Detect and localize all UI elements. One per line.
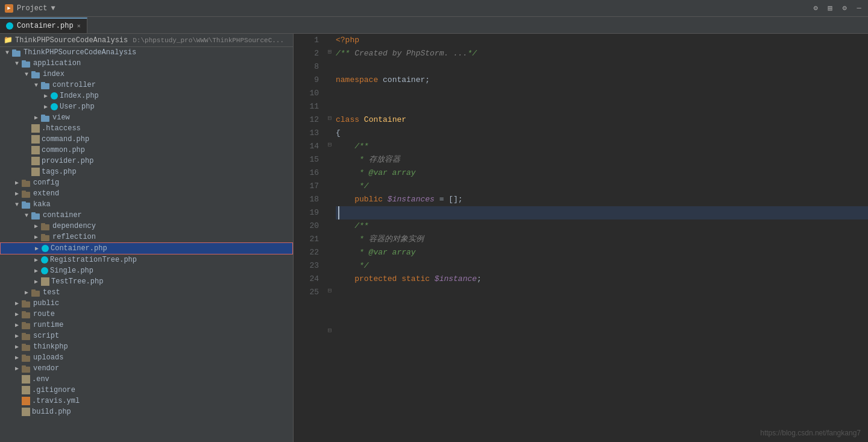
tree-label-public: public (33, 299, 59, 308)
sidebar-item-command-php[interactable]: command.php (0, 134, 293, 145)
sidebar-item-uploads[interactable]: ▶ uploads (0, 352, 293, 363)
tree-label-kaka: kaka (33, 200, 51, 209)
tree-arrow-registrationtree: ▶ (31, 256, 41, 264)
sidebar-item-script[interactable]: ▶ script (0, 330, 293, 341)
sidebar-item-route[interactable]: ▶ route (0, 309, 293, 320)
sidebar-item-build-php[interactable]: build.php (0, 406, 293, 417)
gear-icon[interactable]: ⚙ (840, 4, 849, 13)
tree-label-dependency: dependency (52, 222, 96, 230)
code-line-24: protected static $instance ; (336, 273, 868, 286)
tree-label-index: index (43, 70, 64, 78)
sidebar-header: 📁 ThinkPHPSourceCodeAnalysis D:\phpstudy… (0, 34, 293, 47)
sidebar-item-dependency[interactable]: ▶ dependency (0, 221, 293, 232)
fold-icon-line2[interactable]: ⊞ (326, 47, 334, 55)
tree-arrow-config: ▶ (12, 179, 22, 186)
sidebar-item-provider-php[interactable]: provider.php (0, 156, 293, 166)
tree-label-htaccess: .htaccess (42, 124, 81, 133)
tree-arrow-dependency: ▶ (31, 223, 41, 230)
file-icon-provider (31, 157, 40, 165)
fold-gutter: ⊞ ⊟ ⊟ ⊟ ⊟ (324, 34, 336, 442)
fold-icon-line14[interactable]: ⊟ (326, 140, 334, 148)
sidebar-item-kaka[interactable]: ▼ kaka (0, 199, 293, 210)
project-title: ThinkPHPSourceCodeAnalysis (15, 36, 128, 45)
tab-label: Container.php (17, 22, 74, 30)
tree-root[interactable]: ▼ ThinkPHPSourceCodeAnalysis (0, 47, 293, 58)
tree-label-travis: .travis.yml (32, 397, 80, 405)
sidebar-item-controller[interactable]: ▼ controller (0, 80, 293, 90)
app-icon: ▶ (5, 4, 13, 13)
namespace-semi: ; (425, 74, 430, 87)
settings-icon[interactable]: ⚙ (811, 4, 820, 13)
code-line-10 (336, 87, 868, 100)
folder-route-icon (22, 311, 31, 318)
editor-area: 1 2 8 9 10 11 12 13 14 15 16 17 18 19 20… (294, 34, 868, 442)
tree-label-thinkphp: thinkphp (33, 343, 68, 351)
cursor-19 (338, 206, 344, 219)
svg-rect-31 (22, 333, 26, 335)
sidebar-item-application[interactable]: ▼ application (0, 58, 293, 69)
sidebar-item-user-php[interactable]: ▶ User.php (0, 101, 293, 112)
sidebar-item-registrationtree-php[interactable]: ▶ RegistrationTree.php (0, 254, 293, 265)
tab-close-button[interactable]: ✕ (77, 22, 81, 30)
fold-icon-line23[interactable]: ⊟ (326, 326, 334, 334)
code-line-9: namespace container ; (336, 74, 868, 87)
folder-index-icon (31, 71, 41, 78)
tree-arrow-container: ▼ (22, 212, 31, 219)
sidebar-item-runtime[interactable]: ▶ runtime (0, 320, 293, 330)
sidebar-item-env[interactable]: .env (0, 374, 293, 385)
code-line-15: * 存放容器 (336, 153, 868, 166)
sidebar-item-index-php[interactable]: ▶ Index.php (0, 90, 293, 101)
sidebar-item-test[interactable]: ▶ test (0, 287, 293, 298)
sidebar-item-index[interactable]: ▼ index (0, 69, 293, 80)
sidebar-item-config[interactable]: ▶ config (0, 177, 293, 188)
layout-icon[interactable]: ▤ (826, 4, 834, 13)
svg-rect-11 (22, 180, 26, 182)
svg-rect-7 (41, 82, 45, 84)
tree-label-reflection: reflection (52, 233, 96, 241)
tree-arrow-public: ▶ (12, 300, 22, 307)
sidebar-item-tags-php[interactable]: tags.php (0, 166, 293, 177)
sidebar-item-thinkphp[interactable]: ▶ thinkphp (0, 341, 293, 352)
tree-label-command-php: command.php (42, 135, 89, 144)
php-tab-icon (6, 22, 13, 30)
file-icon-command (31, 135, 40, 144)
folder-container-icon (31, 212, 41, 219)
tree-arrow-vendor: ▶ (12, 365, 22, 372)
sidebar-item-testtree-php[interactable]: ▶ TestTree.php (0, 276, 293, 287)
sidebar-item-common-php[interactable]: common.php (0, 145, 293, 156)
tree-label-user-php: User.php (60, 103, 95, 111)
fold-icon-line12[interactable]: ⊟ (326, 113, 334, 122)
folder-thinkphp-icon (22, 343, 31, 351)
sidebar-item-extend[interactable]: ▶ extend (0, 188, 293, 199)
sidebar-item-container-php[interactable]: ▶ Container.php (0, 242, 293, 254)
sidebar[interactable]: 📁 ThinkPHPSourceCodeAnalysis D:\phpstudy… (0, 34, 294, 442)
sidebar-item-vendor[interactable]: ▶ vendor (0, 363, 293, 374)
code-content[interactable]: <?php /** Created by PhpStorm. ...*/ nam… (336, 34, 868, 442)
php-icon-container (42, 245, 49, 252)
code-line-22: * @var array (336, 246, 868, 259)
sidebar-item-public[interactable]: ▶ public (0, 298, 293, 309)
fold-icon-line20[interactable]: ⊟ (326, 286, 334, 294)
project-path: D:\phpstudy_pro\WWW\ThinkPHPSourceC... (133, 37, 284, 44)
code-line-8 (336, 60, 868, 74)
sidebar-item-htaccess[interactable]: .htaccess (0, 123, 293, 134)
sidebar-item-gitignore[interactable]: .gitignore (0, 385, 293, 396)
sidebar-item-view[interactable]: ▶ view (0, 112, 293, 123)
sidebar-item-travis[interactable]: .travis.yml (0, 396, 293, 406)
tree-arrow-controller: ▼ (31, 82, 41, 89)
kw-protected-24: protected (336, 273, 397, 286)
sidebar-item-single-php[interactable]: ▶ Single.php (0, 265, 293, 276)
code-line-12: class Container (336, 113, 868, 127)
svg-rect-23 (31, 289, 36, 292)
sidebar-item-reflection[interactable]: ▶ reflection (0, 232, 293, 242)
dropdown-arrow[interactable]: ▼ (51, 4, 55, 13)
code-line-1: <?php (336, 34, 868, 47)
tab-container-php[interactable]: Container.php ✕ (0, 17, 87, 33)
sidebar-item-container[interactable]: ▼ container (0, 210, 293, 221)
svg-rect-5 (31, 71, 36, 74)
php-icon-user (51, 103, 58, 110)
class-name-container: Container (364, 113, 406, 127)
file-icon-htaccess (31, 124, 40, 133)
minimize-icon[interactable]: ─ (855, 4, 863, 13)
folder-config-icon (22, 179, 31, 187)
